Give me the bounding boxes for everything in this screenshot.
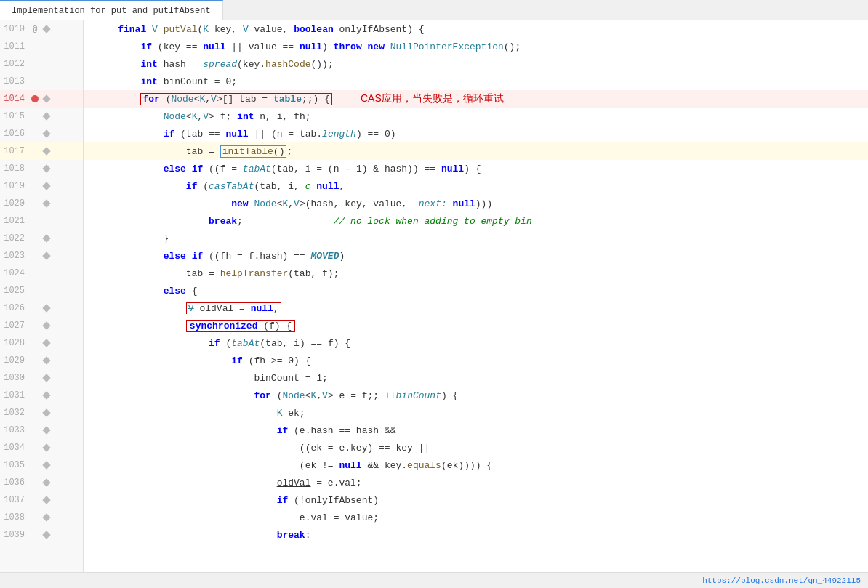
gutter-1023: 1023 xyxy=(0,247,83,265)
fi-1029 xyxy=(41,358,52,363)
ln-1018: 1018 xyxy=(0,164,29,174)
code-text-1026: V oldVal = null, xyxy=(95,302,281,314)
code-line-1027: synchronized (f) { xyxy=(84,317,868,334)
ln-1023: 1023 xyxy=(0,251,29,261)
code-text-1035: (ek != null && key.equals(ek)))) { xyxy=(95,460,492,471)
code-line-1019: if (casTabAt(tab, i, c null, xyxy=(84,177,868,195)
fi-1034 xyxy=(41,445,52,451)
fi-1032 xyxy=(41,410,52,416)
code-line-1039: break: xyxy=(84,526,868,544)
gutter-1025: 1025 xyxy=(0,282,83,299)
fi-1039 xyxy=(41,532,52,538)
ln-1013: 1013 xyxy=(0,76,29,86)
code-text-1023: else if ((fh = f.hash) == MOVED) xyxy=(95,251,345,262)
fi-1035 xyxy=(41,462,52,468)
code-text-1034: ((ek = e.key) == key || xyxy=(95,443,430,454)
code-text-1018: else if ((f = tabAt(tab, i = (n - 1) & h… xyxy=(95,164,481,174)
ln-1015: 1015 xyxy=(0,111,29,121)
gutter-1027: 1027 xyxy=(0,317,83,334)
code-text-1028: if (tabAt(tab, i) == f) { xyxy=(95,338,350,349)
gutter-1015: 1015 xyxy=(0,108,83,125)
gutter-1024: 1024 xyxy=(0,265,83,282)
code-text-1025: else { xyxy=(95,286,197,297)
gutter-1038: 1038 xyxy=(0,509,83,526)
code-text-1022: } xyxy=(95,233,169,244)
code-line-1031: for (Node<K,V> e = f;; ++binCount) { xyxy=(84,387,868,404)
ln-1016: 1016 xyxy=(0,129,29,139)
code-text-1020: new Node<K,V>(hash, key, value, next: nu… xyxy=(95,198,492,209)
ln-1029: 1029 xyxy=(0,355,29,366)
ln-1034: 1034 xyxy=(0,443,29,453)
code-line-1036: oldVal = e.val; xyxy=(84,474,868,491)
code-line-1030: binCount = 1; xyxy=(84,369,868,387)
ln-1033: 1033 xyxy=(0,425,29,435)
ln-1031: 1031 xyxy=(0,390,29,400)
tab-title[interactable]: Implementation for put and putIfAbsent xyxy=(0,0,223,20)
ln-1011: 1011 xyxy=(0,41,29,52)
code-line-1023: else if ((fh = f.hash) == MOVED) xyxy=(84,247,868,265)
gutter-1033: 1033 xyxy=(0,422,83,439)
code-text-1016: if (tab == null || (n = tab.length) == 0… xyxy=(95,129,396,140)
code-line-1020: new Node<K,V>(hash, key, value, next: nu… xyxy=(84,195,868,212)
code-text-1019: if (casTabAt(tab, i, c null, xyxy=(95,181,345,192)
fi-1019 xyxy=(41,183,52,189)
gutter-1019: 1019 xyxy=(0,177,83,195)
code-line-1032: K ek; xyxy=(84,404,868,422)
code-line-1028: if (tabAt(tab, i) == f) { xyxy=(84,334,868,352)
fi-1033 xyxy=(41,427,52,433)
code-text-1021: break; // no lock when adding to empty b… xyxy=(95,216,532,227)
fi-1028 xyxy=(41,340,52,346)
editor-container: Implementation for put and putIfAbsent 1… xyxy=(0,0,868,588)
code-text-1029: if (fh >= 0) { xyxy=(95,355,310,366)
tab-bar: Implementation for put and putIfAbsent xyxy=(0,0,868,20)
gutter-1022: 1022 xyxy=(0,230,83,247)
code-content[interactable]: final V putVal(K key, V value, boolean o… xyxy=(84,20,868,572)
ln-1014: 1014 xyxy=(0,94,29,104)
gutter-1012: 1012 xyxy=(0,55,83,73)
code-text-1013: int binCount = 0; xyxy=(95,76,237,87)
ln-1010: 1010 xyxy=(0,24,29,34)
ln-1036: 1036 xyxy=(0,478,29,488)
bp-1014[interactable] xyxy=(29,95,41,102)
code-text-1039: break: xyxy=(95,530,310,541)
line-gutter: 1010 @ 1011 1012 1013 xyxy=(0,20,84,572)
code-text-1027: synchronized (f) { xyxy=(95,320,295,332)
gutter-1028: 1028 xyxy=(0,334,83,352)
gutter-1011: 1011 xyxy=(0,38,83,55)
ln-1022: 1022 xyxy=(0,233,29,243)
code-line-1013: int binCount = 0; xyxy=(84,73,868,90)
gutter-1035: 1035 xyxy=(0,456,83,474)
gutter-1018: 1018 xyxy=(0,160,83,177)
fi-1031 xyxy=(41,392,52,398)
ln-1017: 1017 xyxy=(0,146,29,156)
blog-link[interactable]: https://blog.csdn.net/qn_44922115 xyxy=(702,576,861,585)
code-line-1038: e.val = value; xyxy=(84,509,868,526)
code-line-1012: int hash = spread(key.hashCode()); xyxy=(84,55,868,73)
code-line-1011: if (key == null || value == null) throw … xyxy=(84,38,868,55)
ln-1025: 1025 xyxy=(0,286,29,296)
code-text-1033: if (e.hash == hash && xyxy=(95,425,395,436)
code-text-1014: for (Node<K,V>[] tab = table;;) { CAS应用，… xyxy=(95,92,504,105)
status-bar: https://blog.csdn.net/qn_44922115 xyxy=(0,572,868,588)
code-line-1015: Node<K,V> f; int n, i, fh; xyxy=(84,108,868,125)
ln-1024: 1024 xyxy=(0,268,29,278)
fi-1036 xyxy=(41,480,52,486)
fi-1027 xyxy=(41,323,52,329)
code-line-1018: else if ((f = tabAt(tab, i = (n - 1) & h… xyxy=(84,160,868,177)
code-line-1033: if (e.hash == hash && xyxy=(84,422,868,439)
code-text-1010: final V putVal(K key, V value, boolean o… xyxy=(95,24,425,35)
fi-1037 xyxy=(41,497,52,503)
ln-1012: 1012 xyxy=(0,59,29,69)
gutter-1030: 1030 xyxy=(0,369,83,387)
code-line-1025: else { xyxy=(84,282,868,299)
ln-1019: 1019 xyxy=(0,181,29,191)
code-line-1024: tab = helpTransfer(tab, f); xyxy=(84,265,868,282)
fi-1022 xyxy=(41,235,52,241)
code-line-1037: if (!onlyIfAbsent) xyxy=(84,491,868,509)
gutter-1029: 1029 xyxy=(0,352,83,369)
bp-1010[interactable]: @ xyxy=(29,25,41,33)
fi-1030 xyxy=(41,375,52,381)
ln-1027: 1027 xyxy=(0,321,29,331)
ln-1030: 1030 xyxy=(0,373,29,383)
code-text-1037: if (!onlyIfAbsent) xyxy=(95,495,379,506)
